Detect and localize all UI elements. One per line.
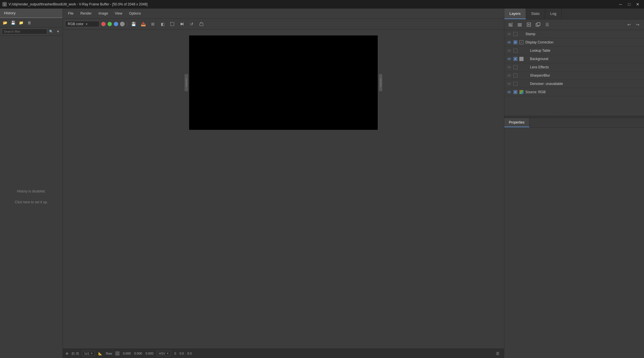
history-folder-button[interactable]: 📁 (18, 19, 25, 26)
layers-toolbar: ☰ ↩ ↪ (504, 19, 644, 30)
layer-list-button[interactable]: ☰ (543, 21, 551, 29)
svg-rect-3 (509, 25, 513, 25)
red-channel-dot[interactable] (101, 22, 106, 26)
zoom-selector[interactable]: 1x1 ▼ (82, 351, 95, 356)
redo-button[interactable]: ↪ (634, 21, 642, 29)
alpha-channel-dot[interactable] (120, 22, 125, 26)
layer-checkbox-lookup[interactable] (513, 49, 517, 53)
menu-image[interactable]: Image (96, 10, 111, 17)
properties-content (504, 128, 644, 358)
layer-checkbox-sharpen[interactable] (513, 73, 517, 77)
filter-button[interactable]: ▼ (55, 29, 61, 34)
status-list-button[interactable]: ☰ (494, 350, 501, 357)
layer-eye-denoiser[interactable] (507, 81, 512, 86)
hsv-arrow-icon: ▼ (166, 352, 169, 355)
compare-button[interactable]: ◧ (159, 20, 167, 28)
green-channel-dot[interactable] (107, 22, 112, 26)
add-layer-button[interactable] (507, 21, 515, 29)
canvas-handle-left[interactable] (185, 74, 188, 91)
layer-eye-source[interactable] (507, 90, 512, 95)
layer-checkbox-denoiser[interactable] (513, 82, 517, 86)
bucket-button[interactable] (197, 20, 205, 28)
handle-dot (380, 79, 381, 79)
menu-render[interactable]: Render (77, 10, 94, 17)
history-save-button[interactable]: 💾 (10, 19, 17, 26)
tab-layers[interactable]: Layers (504, 9, 526, 19)
tab-log[interactable]: Log (545, 9, 562, 19)
handle-dot (380, 86, 381, 87)
merge-layers-button[interactable] (525, 21, 533, 29)
menu-file[interactable]: File (65, 10, 76, 17)
save-icon: 💾 (11, 21, 15, 25)
remove-layer-button[interactable] (516, 21, 524, 29)
color-swatch (115, 351, 119, 355)
history-disabled-text: History is disabled. (17, 189, 46, 194)
export-button[interactable]: 📤 (139, 20, 147, 28)
maximize-button[interactable]: □ (625, 1, 633, 7)
layer-eye-sharpen[interactable] (507, 73, 512, 78)
handle-dot (380, 81, 381, 82)
center-area: File Render Image View Options RGB color… (63, 9, 504, 358)
svg-point-17 (509, 42, 510, 43)
blue-channel-dot[interactable] (114, 22, 118, 26)
right-panel: Layers Stats Log (504, 9, 644, 358)
layer-eye-background[interactable] (507, 56, 512, 61)
window-controls: ─ □ ✕ (617, 1, 642, 7)
layer-eye-stamp[interactable] (507, 31, 512, 37)
layer-item[interactable]: Display Correction (504, 38, 644, 47)
color-mode-select[interactable]: RGB color ▼ (65, 21, 99, 27)
menu-options[interactable]: Options (126, 10, 144, 17)
layer-checkbox-display-correction[interactable] (513, 40, 517, 44)
hsv-mode-selector[interactable]: HSV ▼ (157, 351, 171, 356)
layer-checkbox-stamp[interactable] (513, 32, 517, 36)
layer-eye-lookup[interactable] (507, 48, 512, 53)
title-bar: V V:/obj/render_output/thrasherBloodUtil… (0, 0, 644, 9)
mode-label: Raw (106, 352, 112, 355)
handle-dot (186, 86, 187, 87)
status-end: ☰ (494, 350, 501, 357)
save-image-button[interactable]: 💾 (129, 20, 137, 28)
properties-tab[interactable]: Properties (504, 118, 529, 127)
tab-stats[interactable]: Stats (526, 9, 545, 19)
panel-divider[interactable]: · · · · · · · · · · · · · · (504, 116, 644, 118)
layer-eye-display-correction[interactable] (507, 40, 512, 45)
reset-button[interactable]: ↺ (188, 20, 196, 28)
layer-item[interactable]: Source: RGB (504, 88, 644, 96)
search-button[interactable]: 🔍 (48, 29, 54, 34)
svg-rect-8 (518, 23, 522, 24)
undo-button[interactable]: ↩ (625, 21, 633, 29)
layer-checkbox-source[interactable] (513, 90, 517, 94)
layer-item[interactable]: Denoiser: unavailable (504, 80, 644, 88)
history-tab[interactable]: History (0, 9, 63, 18)
history-load-button[interactable]: 📂 (2, 19, 9, 26)
layer-item[interactable]: Background (504, 55, 644, 63)
lookup-icon (519, 48, 524, 53)
render-canvas (189, 35, 378, 130)
canvas-wrapper[interactable] (63, 30, 504, 349)
layer-item[interactable]: Stamp (504, 30, 644, 38)
search-input[interactable] (2, 29, 47, 34)
render-toolbar: RGB color ▼ 💾 📤 ⊞ ◧ (63, 19, 504, 30)
history-delete-button[interactable]: 🗑 (26, 19, 33, 26)
menu-view[interactable]: View (112, 10, 125, 17)
render-region-button[interactable] (178, 20, 186, 28)
layer-checkbox-lens[interactable] (513, 65, 517, 69)
layer-item[interactable]: Sharpen/Blur (504, 71, 644, 80)
sharpen-icon (519, 73, 524, 78)
g-value: 0.000 (134, 352, 142, 355)
history-setup-link[interactable]: Click here to set it up. (15, 200, 48, 205)
svg-rect-10 (518, 26, 522, 26)
minimize-button[interactable]: ─ (617, 1, 625, 7)
svg-rect-4 (509, 26, 513, 26)
layer-checkbox-background[interactable] (513, 57, 517, 61)
layer-eye-lens[interactable] (507, 65, 512, 70)
layer-item[interactable]: Lens Effects (504, 63, 644, 71)
layer-item[interactable]: Lookup Table (504, 47, 644, 55)
close-button[interactable]: ✕ (634, 1, 642, 7)
canvas-handle-right[interactable] (379, 74, 382, 91)
region-button[interactable] (168, 20, 176, 28)
duplicate-layer-button[interactable] (534, 21, 542, 29)
history-search-row: 🔍 ▼ (0, 27, 63, 36)
zoom-arrow-icon: ▼ (90, 352, 93, 355)
pixel-select-button[interactable]: ⊞ (149, 20, 157, 28)
